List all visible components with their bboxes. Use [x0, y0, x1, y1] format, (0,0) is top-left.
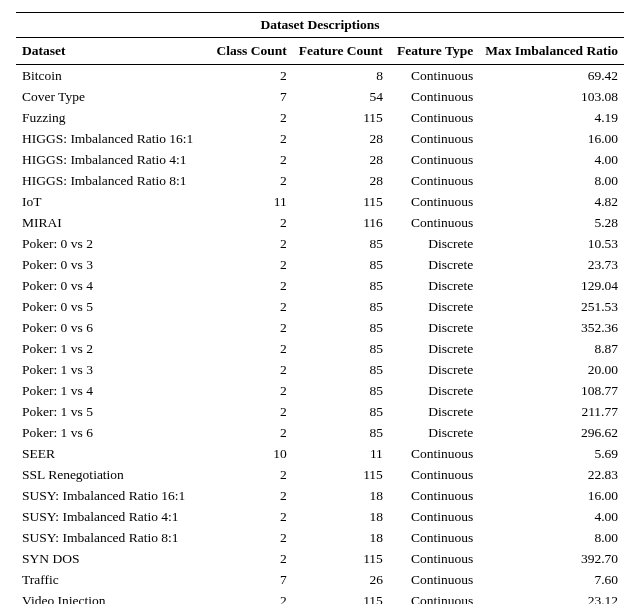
table-row: Poker: 1 vs 6285Discrete296.62 — [16, 422, 624, 443]
cell-c3: Continuous — [389, 464, 479, 485]
cell-c0: Poker: 0 vs 5 — [16, 296, 208, 317]
cell-c4: 392.70 — [479, 548, 624, 569]
col-header-feature-count: Feature Count — [293, 38, 389, 65]
cell-c1: 2 — [208, 65, 292, 87]
cell-c3: Discrete — [389, 317, 479, 338]
col-header-feature-type: Feature Type — [389, 38, 479, 65]
cell-c0: SEER — [16, 443, 208, 464]
cell-c2: 85 — [293, 254, 389, 275]
table-row: Poker: 0 vs 6285Discrete352.36 — [16, 317, 624, 338]
cell-c3: Continuous — [389, 86, 479, 107]
cell-c2: 28 — [293, 170, 389, 191]
cell-c0: Video Injection — [16, 590, 208, 604]
cell-c2: 115 — [293, 590, 389, 604]
table-row: Poker: 1 vs 5285Discrete211.77 — [16, 401, 624, 422]
cell-c2: 85 — [293, 359, 389, 380]
cell-c2: 26 — [293, 569, 389, 590]
cell-c2: 85 — [293, 338, 389, 359]
cell-c1: 2 — [208, 548, 292, 569]
cell-c0: SYN DOS — [16, 548, 208, 569]
cell-c3: Continuous — [389, 485, 479, 506]
cell-c2: 8 — [293, 65, 389, 87]
table-row: HIGGS: Imbalanced Ratio 8:1228Continuous… — [16, 170, 624, 191]
table-row: Poker: 0 vs 5285Discrete251.53 — [16, 296, 624, 317]
table-row: Poker: 0 vs 2285Discrete10.53 — [16, 233, 624, 254]
cell-c4: 129.04 — [479, 275, 624, 296]
cell-c4: 4.00 — [479, 149, 624, 170]
cell-c1: 2 — [208, 590, 292, 604]
cell-c1: 2 — [208, 275, 292, 296]
cell-c3: Continuous — [389, 65, 479, 87]
table-row: Poker: 0 vs 3285Discrete23.73 — [16, 254, 624, 275]
table-row: SEER1011Continuous5.69 — [16, 443, 624, 464]
cell-c0: Traffic — [16, 569, 208, 590]
table-row: SYN DOS2115Continuous392.70 — [16, 548, 624, 569]
cell-c4: 16.00 — [479, 128, 624, 149]
cell-c3: Continuous — [389, 149, 479, 170]
cell-c4: 4.00 — [479, 506, 624, 527]
cell-c3: Continuous — [389, 443, 479, 464]
cell-c2: 28 — [293, 149, 389, 170]
cell-c2: 115 — [293, 107, 389, 128]
cell-c1: 2 — [208, 464, 292, 485]
cell-c1: 2 — [208, 401, 292, 422]
cell-c2: 11 — [293, 443, 389, 464]
cell-c1: 2 — [208, 380, 292, 401]
cell-c4: 10.53 — [479, 233, 624, 254]
cell-c0: MIRAI — [16, 212, 208, 233]
cell-c3: Discrete — [389, 380, 479, 401]
cell-c0: Poker: 1 vs 4 — [16, 380, 208, 401]
cell-c4: 211.77 — [479, 401, 624, 422]
cell-c3: Continuous — [389, 527, 479, 548]
cell-c1: 10 — [208, 443, 292, 464]
cell-c3: Continuous — [389, 191, 479, 212]
cell-c3: Discrete — [389, 296, 479, 317]
cell-c4: 5.28 — [479, 212, 624, 233]
cell-c0: Poker: 1 vs 3 — [16, 359, 208, 380]
cell-c0: Poker: 1 vs 5 — [16, 401, 208, 422]
cell-c1: 2 — [208, 170, 292, 191]
cell-c3: Continuous — [389, 569, 479, 590]
cell-c1: 2 — [208, 128, 292, 149]
table-row: Fuzzing2115Continuous4.19 — [16, 107, 624, 128]
cell-c2: 85 — [293, 401, 389, 422]
cell-c1: 11 — [208, 191, 292, 212]
cell-c0: IoT — [16, 191, 208, 212]
table-body: Bitcoin28Continuous69.42Cover Type754Con… — [16, 65, 624, 605]
col-header-dataset: Dataset — [16, 38, 208, 65]
cell-c1: 2 — [208, 422, 292, 443]
cell-c2: 18 — [293, 506, 389, 527]
cell-c3: Discrete — [389, 401, 479, 422]
cell-c2: 18 — [293, 527, 389, 548]
cell-c1: 2 — [208, 296, 292, 317]
cell-c4: 8.87 — [479, 338, 624, 359]
cell-c0: Poker: 0 vs 4 — [16, 275, 208, 296]
cell-c2: 18 — [293, 485, 389, 506]
cell-c3: Discrete — [389, 254, 479, 275]
cell-c1: 2 — [208, 149, 292, 170]
cell-c4: 296.62 — [479, 422, 624, 443]
cell-c1: 2 — [208, 212, 292, 233]
cell-c0: Poker: 0 vs 2 — [16, 233, 208, 254]
cell-c2: 85 — [293, 275, 389, 296]
cell-c4: 8.00 — [479, 527, 624, 548]
cell-c4: 23.12 — [479, 590, 624, 604]
cell-c3: Continuous — [389, 170, 479, 191]
cell-c2: 116 — [293, 212, 389, 233]
cell-c0: Cover Type — [16, 86, 208, 107]
cell-c0: HIGGS: Imbalanced Ratio 8:1 — [16, 170, 208, 191]
table-row: Cover Type754Continuous103.08 — [16, 86, 624, 107]
cell-c3: Continuous — [389, 548, 479, 569]
cell-c3: Discrete — [389, 359, 479, 380]
cell-c0: HIGGS: Imbalanced Ratio 16:1 — [16, 128, 208, 149]
table-row: HIGGS: Imbalanced Ratio 4:1228Continuous… — [16, 149, 624, 170]
cell-c1: 2 — [208, 527, 292, 548]
col-header-max-imbalanced-ratio: Max Imbalanced Ratio — [479, 38, 624, 65]
cell-c2: 85 — [293, 317, 389, 338]
cell-c2: 85 — [293, 380, 389, 401]
cell-c1: 2 — [208, 254, 292, 275]
cell-c0: SSL Renegotiation — [16, 464, 208, 485]
cell-c4: 4.82 — [479, 191, 624, 212]
cell-c4: 69.42 — [479, 65, 624, 87]
cell-c2: 54 — [293, 86, 389, 107]
